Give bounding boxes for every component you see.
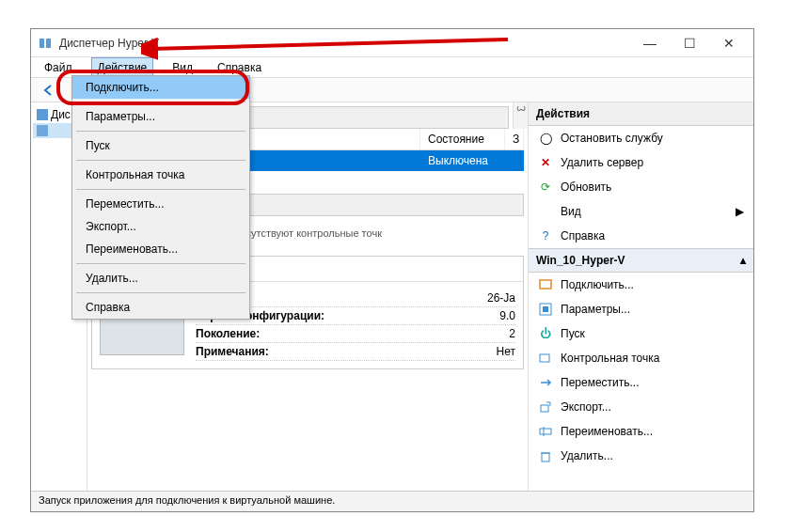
move-icon bbox=[538, 375, 553, 390]
menu-item-start[interactable]: Пуск bbox=[72, 134, 249, 157]
menu-item-checkpoint[interactable]: Контрольная точка bbox=[72, 164, 249, 186]
svg-rect-4 bbox=[540, 280, 551, 289]
action-vm-start[interactable]: ⏻Пуск bbox=[529, 321, 753, 346]
back-button[interactable] bbox=[39, 80, 59, 101]
connect-icon bbox=[538, 277, 553, 292]
svg-rect-11 bbox=[542, 453, 549, 462]
menu-item-move[interactable]: Переместить... bbox=[72, 193, 249, 215]
menu-item-rename[interactable]: Переименовать... bbox=[72, 238, 249, 260]
action-stop-service[interactable]: ◯Остановить службу bbox=[529, 126, 753, 150]
action-vm-export[interactable]: Экспорт... bbox=[529, 395, 753, 419]
generation-value: 2 bbox=[337, 327, 515, 340]
close-button[interactable]: ✕ bbox=[718, 36, 740, 51]
created-value: 26-Ja bbox=[337, 291, 515, 305]
action-help[interactable]: ?Справка bbox=[529, 224, 753, 248]
menu-item-connect[interactable]: Подключить... bbox=[72, 76, 249, 99]
action-view[interactable]: Вид▶ bbox=[529, 199, 753, 224]
menu-item-export[interactable]: Экспорт... bbox=[72, 215, 249, 238]
svg-rect-3 bbox=[37, 125, 48, 136]
scroll-up-icon[interactable]: ꙍ bbox=[513, 102, 528, 129]
notes-value: Нет bbox=[337, 345, 515, 358]
stop-icon: ◯ bbox=[538, 131, 553, 146]
menu-item-help[interactable]: Справка bbox=[72, 296, 249, 319]
action-menu-dropdown: Подключить... Параметры... Пуск Контроль… bbox=[71, 75, 250, 320]
rename-icon bbox=[538, 424, 553, 439]
svg-rect-0 bbox=[40, 39, 44, 48]
svg-rect-6 bbox=[543, 306, 548, 312]
delete-x-icon: ✕ bbox=[538, 155, 553, 170]
chevron-right-icon: ▶ bbox=[736, 205, 744, 218]
menu-file[interactable]: Файл bbox=[39, 58, 78, 77]
svg-rect-8 bbox=[541, 405, 548, 412]
svg-rect-9 bbox=[540, 429, 551, 434]
menu-item-delete[interactable]: Удалить... bbox=[72, 267, 249, 289]
svg-rect-7 bbox=[540, 354, 549, 362]
actions-panel: Действия ◯Остановить службу ✕Удалить сер… bbox=[528, 102, 753, 491]
minimize-button[interactable]: — bbox=[639, 36, 661, 51]
configver-value: 9.0 bbox=[337, 309, 515, 322]
svg-rect-1 bbox=[46, 39, 51, 48]
server-icon bbox=[37, 109, 48, 120]
action-vm-move[interactable]: Переместить... bbox=[529, 370, 753, 395]
export-icon bbox=[538, 399, 553, 415]
collapse-icon[interactable]: ▴ bbox=[740, 254, 746, 267]
maximize-button[interactable]: ☐ bbox=[678, 36, 701, 51]
settings-icon bbox=[538, 302, 553, 317]
menu-item-settings[interactable]: Параметры... bbox=[72, 105, 249, 128]
action-refresh[interactable]: ⟳Обновить bbox=[529, 175, 753, 199]
titlebar: Диспетчер Hyper-V — ☐ ✕ bbox=[31, 29, 753, 57]
refresh-icon: ⟳ bbox=[538, 180, 553, 195]
action-vm-delete[interactable]: Удалить... bbox=[529, 444, 753, 468]
action-vm-connect[interactable]: Подключить... bbox=[529, 273, 753, 297]
col-state[interactable]: Состояние bbox=[420, 129, 505, 149]
vm-actions-header: Win_10_Hyper-V▴ bbox=[529, 248, 753, 273]
col-extra[interactable]: З bbox=[505, 129, 524, 149]
menu-view[interactable]: Вид bbox=[166, 58, 198, 77]
generation-label: Поколение: bbox=[196, 327, 337, 340]
action-vm-rename[interactable]: Переименовать... bbox=[529, 419, 753, 444]
host-icon bbox=[37, 125, 48, 136]
trash-icon bbox=[538, 448, 553, 463]
action-delete-server[interactable]: ✕Удалить сервер bbox=[529, 150, 753, 175]
checkpoint-icon bbox=[538, 351, 553, 366]
hyperv-icon bbox=[39, 36, 54, 51]
svg-rect-2 bbox=[37, 109, 48, 120]
notes-label: Примечания: bbox=[196, 345, 337, 358]
menu-help[interactable]: Справка bbox=[212, 58, 267, 77]
power-icon: ⏻ bbox=[538, 326, 553, 341]
status-bar: Запуск приложения для подключения к вирт… bbox=[31, 491, 753, 511]
window-title: Диспетчер Hyper-V bbox=[59, 37, 639, 50]
actions-header: Действия bbox=[529, 102, 753, 126]
action-vm-checkpoint[interactable]: Контрольная точка bbox=[529, 346, 753, 370]
help-icon: ? bbox=[538, 228, 553, 243]
vm-state-cell: Выключена bbox=[420, 150, 505, 171]
action-vm-settings[interactable]: Параметры... bbox=[529, 297, 753, 321]
